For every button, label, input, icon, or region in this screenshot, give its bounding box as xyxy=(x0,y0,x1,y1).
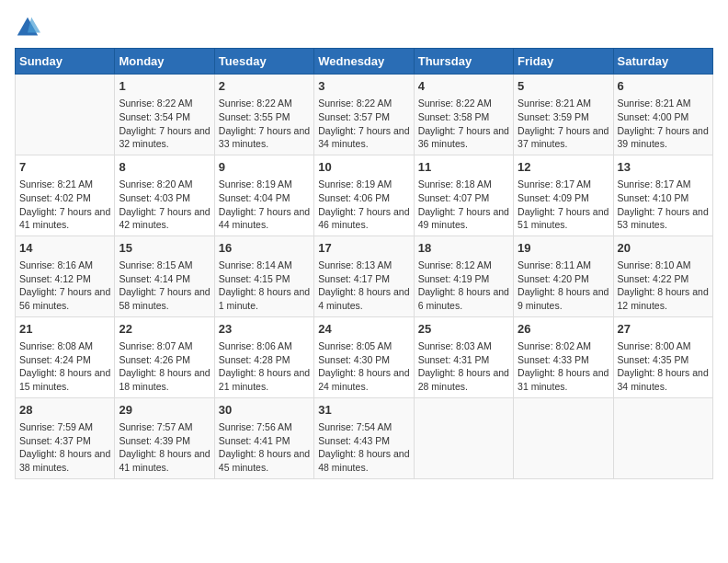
calendar-cell: 15Sunrise: 8:15 AMSunset: 4:14 PMDayligh… xyxy=(115,236,214,316)
calendar-cell: 22Sunrise: 8:07 AMSunset: 4:26 PMDayligh… xyxy=(115,316,214,397)
sunset-text: Sunset: 4:17 PM xyxy=(318,272,409,286)
sunrise-text: Sunrise: 8:02 AM xyxy=(518,339,609,353)
day-number: 7 xyxy=(19,159,110,176)
daylight-text: Daylight: 7 hours and 41 minutes. xyxy=(19,205,110,232)
sunrise-text: Sunrise: 8:17 AM xyxy=(518,178,609,191)
day-number: 26 xyxy=(518,321,609,338)
sunrise-text: Sunrise: 8:17 AM xyxy=(618,178,709,191)
calendar-cell: 29Sunrise: 7:57 AMSunset: 4:39 PMDayligh… xyxy=(115,397,214,478)
day-number: 12 xyxy=(518,159,609,176)
sunrise-text: Sunrise: 8:12 AM xyxy=(418,259,509,272)
calendar-cell: 30Sunrise: 7:56 AMSunset: 4:41 PMDayligh… xyxy=(214,397,313,478)
calendar-cell: 12Sunrise: 8:17 AMSunset: 4:09 PMDayligh… xyxy=(514,155,613,236)
logo xyxy=(15,15,44,40)
day-number: 13 xyxy=(618,159,709,176)
sunset-text: Sunset: 4:10 PM xyxy=(618,191,709,205)
day-number: 11 xyxy=(418,159,509,176)
week-row-3: 14Sunrise: 8:16 AMSunset: 4:12 PMDayligh… xyxy=(16,236,713,316)
sunset-text: Sunset: 4:43 PM xyxy=(318,434,409,448)
sunset-text: Sunset: 4:12 PM xyxy=(19,272,110,286)
page-header xyxy=(15,15,713,40)
day-number: 19 xyxy=(518,240,609,257)
calendar-cell xyxy=(414,397,513,478)
calendar-cell: 19Sunrise: 8:11 AMSunset: 4:20 PMDayligh… xyxy=(514,236,613,316)
calendar-cell: 14Sunrise: 8:16 AMSunset: 4:12 PMDayligh… xyxy=(16,236,115,316)
day-header-saturday: Saturday xyxy=(613,49,712,75)
sunset-text: Sunset: 4:02 PM xyxy=(19,191,110,205)
calendar-cell: 27Sunrise: 8:00 AMSunset: 4:35 PMDayligh… xyxy=(613,316,712,397)
calendar-cell: 18Sunrise: 8:12 AMSunset: 4:19 PMDayligh… xyxy=(414,236,513,316)
daylight-text: Daylight: 8 hours and 18 minutes. xyxy=(119,366,210,393)
day-number: 31 xyxy=(318,402,409,419)
day-number: 8 xyxy=(119,159,210,176)
sunset-text: Sunset: 4:41 PM xyxy=(219,434,310,448)
sunset-text: Sunset: 3:59 PM xyxy=(518,110,609,124)
day-number: 24 xyxy=(318,321,409,338)
sunrise-text: Sunrise: 8:21 AM xyxy=(19,178,110,191)
daylight-text: Daylight: 7 hours and 34 minutes. xyxy=(318,124,409,151)
sunrise-text: Sunrise: 8:08 AM xyxy=(19,339,110,353)
sunrise-text: Sunrise: 7:56 AM xyxy=(219,420,310,434)
week-row-4: 21Sunrise: 8:08 AMSunset: 4:24 PMDayligh… xyxy=(16,316,713,397)
calendar-cell: 3Sunrise: 8:22 AMSunset: 3:57 PMDaylight… xyxy=(314,75,414,155)
day-number: 17 xyxy=(318,240,409,257)
calendar-cell: 1Sunrise: 8:22 AMSunset: 3:54 PMDaylight… xyxy=(115,75,214,155)
calendar-cell: 10Sunrise: 8:19 AMSunset: 4:06 PMDayligh… xyxy=(314,155,414,236)
sunset-text: Sunset: 4:09 PM xyxy=(518,191,609,205)
sunrise-text: Sunrise: 8:03 AM xyxy=(418,339,509,353)
calendar-cell: 4Sunrise: 8:22 AMSunset: 3:58 PMDaylight… xyxy=(414,75,513,155)
day-number: 29 xyxy=(119,402,210,419)
daylight-text: Daylight: 7 hours and 36 minutes. xyxy=(418,124,509,151)
daylight-text: Daylight: 8 hours and 15 minutes. xyxy=(19,366,110,393)
calendar-cell: 24Sunrise: 8:05 AMSunset: 4:30 PMDayligh… xyxy=(314,316,414,397)
sunset-text: Sunset: 4:06 PM xyxy=(318,191,409,205)
sunset-text: Sunset: 4:37 PM xyxy=(19,434,110,448)
calendar-cell: 25Sunrise: 8:03 AMSunset: 4:31 PMDayligh… xyxy=(414,316,513,397)
day-number: 16 xyxy=(219,240,310,257)
sunrise-text: Sunrise: 8:07 AM xyxy=(119,339,210,353)
sunset-text: Sunset: 4:15 PM xyxy=(219,272,310,286)
sunrise-text: Sunrise: 8:19 AM xyxy=(318,178,409,191)
sunrise-text: Sunrise: 8:15 AM xyxy=(119,259,210,272)
day-number: 18 xyxy=(418,240,509,257)
logo-icon xyxy=(15,15,40,40)
calendar-cell: 28Sunrise: 7:59 AMSunset: 4:37 PMDayligh… xyxy=(16,397,115,478)
daylight-text: Daylight: 7 hours and 39 minutes. xyxy=(618,124,709,151)
calendar-cell: 16Sunrise: 8:14 AMSunset: 4:15 PMDayligh… xyxy=(214,236,313,316)
calendar-cell: 20Sunrise: 8:10 AMSunset: 4:22 PMDayligh… xyxy=(613,236,712,316)
sunset-text: Sunset: 4:00 PM xyxy=(618,110,709,124)
sunset-text: Sunset: 4:03 PM xyxy=(119,191,210,205)
calendar-table: SundayMondayTuesdayWednesdayThursdayFrid… xyxy=(15,48,713,479)
daylight-text: Daylight: 7 hours and 42 minutes. xyxy=(119,205,210,232)
sunrise-text: Sunrise: 8:00 AM xyxy=(618,339,709,353)
sunrise-text: Sunrise: 7:57 AM xyxy=(119,420,210,434)
sunrise-text: Sunrise: 7:59 AM xyxy=(19,420,110,434)
daylight-text: Daylight: 8 hours and 4 minutes. xyxy=(318,285,409,312)
sunset-text: Sunset: 4:19 PM xyxy=(418,272,509,286)
daylight-text: Daylight: 8 hours and 48 minutes. xyxy=(318,447,409,474)
week-row-5: 28Sunrise: 7:59 AMSunset: 4:37 PMDayligh… xyxy=(16,397,713,478)
sunrise-text: Sunrise: 8:10 AM xyxy=(618,259,709,272)
day-number: 9 xyxy=(219,159,310,176)
sunrise-text: Sunrise: 8:20 AM xyxy=(119,178,210,191)
daylight-text: Daylight: 8 hours and 12 minutes. xyxy=(618,285,709,312)
calendar-cell: 7Sunrise: 8:21 AMSunset: 4:02 PMDaylight… xyxy=(16,155,115,236)
daylight-text: Daylight: 8 hours and 45 minutes. xyxy=(219,447,310,474)
sunset-text: Sunset: 4:24 PM xyxy=(19,353,110,367)
day-header-thursday: Thursday xyxy=(414,49,513,75)
sunrise-text: Sunrise: 8:22 AM xyxy=(418,97,509,110)
calendar-cell: 6Sunrise: 8:21 AMSunset: 4:00 PMDaylight… xyxy=(613,75,712,155)
sunset-text: Sunset: 3:55 PM xyxy=(219,110,310,124)
calendar-cell: 2Sunrise: 8:22 AMSunset: 3:55 PMDaylight… xyxy=(214,75,313,155)
sunrise-text: Sunrise: 8:22 AM xyxy=(119,97,210,110)
daylight-text: Daylight: 7 hours and 33 minutes. xyxy=(219,124,310,151)
day-number: 10 xyxy=(318,159,409,176)
week-row-2: 7Sunrise: 8:21 AMSunset: 4:02 PMDaylight… xyxy=(16,155,713,236)
sunrise-text: Sunrise: 8:06 AM xyxy=(219,339,310,353)
sunset-text: Sunset: 4:30 PM xyxy=(318,353,409,367)
day-header-tuesday: Tuesday xyxy=(214,49,313,75)
day-number: 28 xyxy=(19,402,110,419)
sunset-text: Sunset: 4:31 PM xyxy=(418,353,509,367)
calendar-cell: 26Sunrise: 8:02 AMSunset: 4:33 PMDayligh… xyxy=(514,316,613,397)
calendar-header-row: SundayMondayTuesdayWednesdayThursdayFrid… xyxy=(16,49,713,75)
